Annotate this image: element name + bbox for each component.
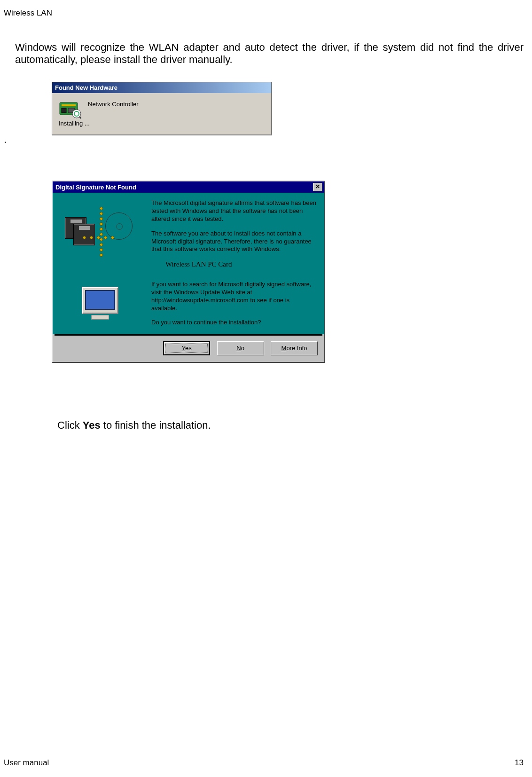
dsig-para1: The Microsoft digital signature affirms …	[151, 199, 317, 223]
dot-connector	[81, 236, 123, 239]
floppy-icon	[73, 224, 95, 245]
svg-rect-2	[62, 108, 66, 113]
no-button[interactable]: No	[217, 341, 264, 355]
fnh-body: Network Controller Installing ...	[52, 93, 271, 134]
found-new-hardware-dialog: Found New Hardware Network Controller In…	[52, 82, 272, 135]
intro-paragraph: Windows will recognize the WLAN adapter …	[15, 41, 524, 66]
dsig-content: The Microsoft digital signature affirms …	[53, 193, 324, 334]
dsig-para3: If you want to search for Microsoft digi…	[151, 281, 317, 313]
hardware-icon	[59, 100, 81, 119]
page-header: Wireless LAN	[4, 8, 52, 18]
more-info-button[interactable]: More Info	[271, 341, 318, 355]
yes-button[interactable]: Yes	[163, 341, 210, 355]
dsig-para2: The software you are about to install do…	[151, 230, 317, 254]
dsig-title: Digital Signature Not Found	[55, 184, 136, 191]
svg-rect-1	[62, 104, 76, 106]
dsig-graphic-panel	[55, 195, 147, 332]
stray-period: .	[4, 133, 7, 146]
dsig-para4: Do you want to continue the installation…	[151, 319, 317, 327]
instruction-text: Click Yes to finish the installation.	[57, 419, 211, 432]
svg-line-6	[79, 117, 81, 118]
dsig-titlebar: Digital Signature Not Found ✕	[53, 181, 324, 193]
monitor-icon	[82, 287, 118, 321]
digital-signature-dialog: Digital Signature Not Found ✕ The Micros…	[52, 181, 325, 363]
fnh-titlebar: Found New Hardware	[52, 82, 271, 93]
fnh-device-label: Network Controller	[88, 98, 265, 108]
footer-page-number: 13	[515, 758, 524, 768]
footer-left: User manual	[4, 758, 49, 768]
dot-connector	[100, 205, 102, 285]
dsig-button-row: Yes No More Info	[53, 336, 324, 362]
close-button[interactable]: ✕	[313, 183, 322, 191]
fnh-status-label: Installing ...	[59, 120, 265, 127]
dsig-text-panel: The Microsoft digital signature affirms …	[147, 195, 322, 332]
dsig-device-name: Wireless LAN PC Card	[151, 260, 317, 269]
